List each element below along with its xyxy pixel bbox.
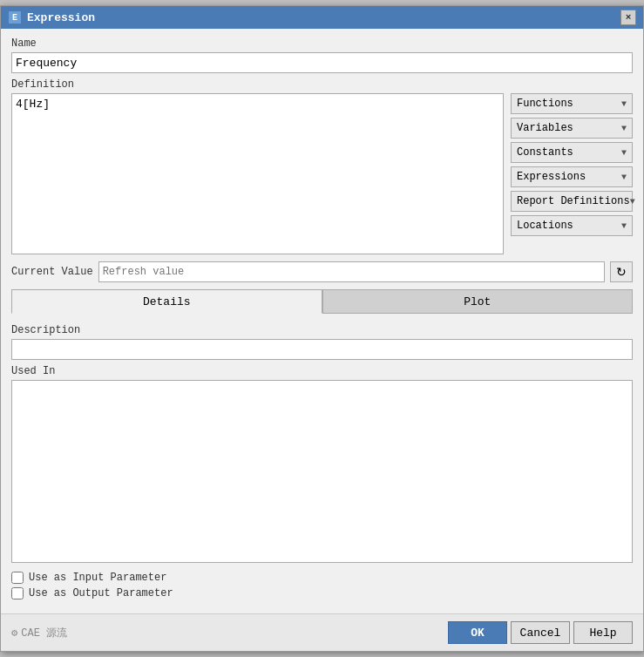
dialog-title: Expression <box>27 11 95 24</box>
functions-arrow: ▼ <box>621 99 627 109</box>
constants-button[interactable]: Constants ▼ <box>511 142 633 163</box>
current-value-input[interactable] <box>98 261 605 282</box>
definition-section: 4[Hz] Functions ▼ Variables ▼ Constants … <box>11 93 633 254</box>
watermark: ⚙ CAE 源流 <box>11 626 67 640</box>
sidebar-buttons: Functions ▼ Variables ▼ Constants ▼ Expr… <box>511 93 633 254</box>
description-input[interactable] <box>11 339 633 360</box>
name-input[interactable] <box>11 52 633 73</box>
expressions-arrow: ▼ <box>621 173 627 182</box>
locations-button[interactable]: Locations ▼ <box>511 215 633 236</box>
input-param-label[interactable]: Use as Input Parameter <box>29 572 166 584</box>
expression-dialog: E Expression × Name Definition 4[Hz] Fun… <box>0 5 644 652</box>
variables-arrow: ▼ <box>621 124 627 133</box>
name-label: Name <box>11 37 633 50</box>
close-button[interactable]: × <box>620 10 636 25</box>
bottom-bar: ⚙ CAE 源流 OK Cancel Help <box>1 613 643 651</box>
variables-button[interactable]: Variables ▼ <box>511 118 633 139</box>
report-definitions-arrow: ▼ <box>630 197 635 207</box>
constants-arrow: ▼ <box>621 148 627 158</box>
refresh-icon: ↻ <box>616 265 627 279</box>
locations-arrow: ▼ <box>621 221 627 231</box>
dialog-actions: OK Cancel Help <box>444 621 633 644</box>
functions-button[interactable]: Functions ▼ <box>511 93 633 114</box>
ok-button[interactable]: OK <box>448 621 507 644</box>
dialog-icon: E <box>8 10 22 24</box>
input-param-checkbox[interactable] <box>11 572 24 584</box>
refresh-button[interactable]: ↻ <box>610 261 633 282</box>
current-value-label: Current Value <box>11 266 93 278</box>
help-button[interactable]: Help <box>573 621 633 644</box>
used-in-label: Used In <box>11 365 633 377</box>
definition-textarea[interactable]: 4[Hz] <box>11 93 504 254</box>
title-bar-left: E Expression <box>8 10 95 24</box>
description-label: Description <box>11 324 633 336</box>
input-param-row: Use as Input Parameter <box>11 572 633 584</box>
expressions-button[interactable]: Expressions ▼ <box>511 166 633 187</box>
title-bar: E Expression × <box>1 6 643 29</box>
dialog-body: Name Definition 4[Hz] Functions ▼ Variab… <box>1 29 643 613</box>
tab-plot[interactable]: Plot <box>322 289 634 314</box>
watermark-icon: ⚙ <box>11 627 17 640</box>
tab-details[interactable]: Details <box>11 289 322 314</box>
output-param-checkbox[interactable] <box>11 587 24 599</box>
report-definitions-button[interactable]: Report Definitions ▼ <box>511 191 633 212</box>
cancel-button[interactable]: Cancel <box>511 621 570 644</box>
details-panel: Description Used In Use as Input Paramet… <box>11 322 633 605</box>
used-in-box <box>11 380 633 563</box>
output-param-row: Use as Output Parameter <box>11 587 633 599</box>
tabs-row: Details Plot <box>11 289 633 314</box>
current-value-row: Current Value ↻ <box>11 261 633 282</box>
output-param-label[interactable]: Use as Output Parameter <box>29 587 173 599</box>
definition-label: Definition <box>11 78 633 91</box>
